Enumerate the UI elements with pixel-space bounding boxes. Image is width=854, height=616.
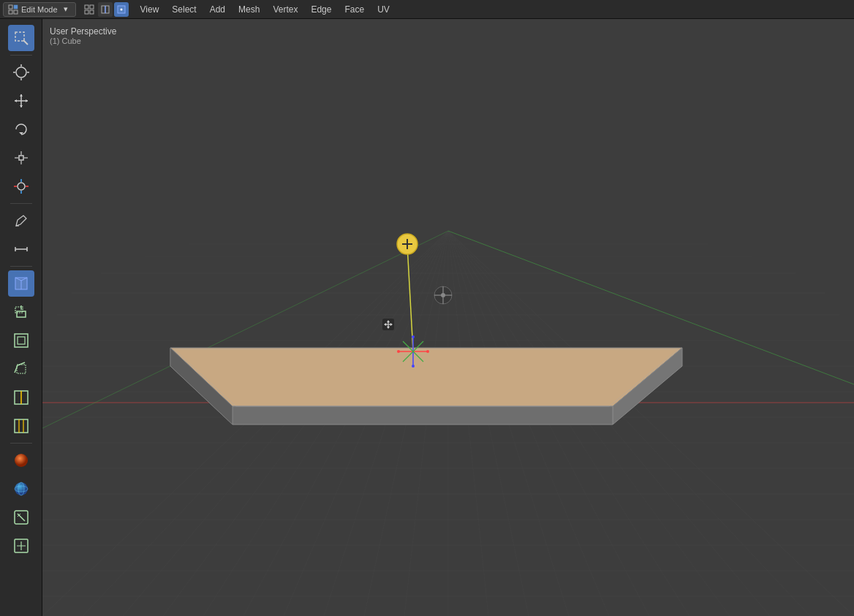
edge-select-icon[interactable] [98, 2, 113, 17]
menu-bar: View Select Add Mesh Vertex Edge Face UV [135, 3, 396, 16]
svg-rect-6 [85, 10, 88, 14]
tool-extra[interactable] [8, 533, 34, 559]
svg-point-44 [15, 454, 28, 467]
vertex-select-icon[interactable] [82, 2, 97, 17]
svg-point-105 [412, 335, 415, 338]
cube-mesh [170, 348, 682, 425]
svg-point-110 [441, 293, 445, 297]
svg-rect-36 [15, 334, 28, 347]
left-toolbar [0, 19, 42, 616]
viewport[interactable]: User Perspective (1) Cube [42, 19, 854, 616]
svg-point-45 [15, 482, 28, 495]
menu-edge[interactable]: Edge [305, 3, 337, 16]
tool-inset[interactable] [8, 327, 34, 354]
transform-handle-top[interactable] [397, 234, 417, 254]
svg-line-49 [18, 514, 25, 521]
tool-extrude[interactable] [8, 299, 34, 325]
svg-rect-7 [90, 10, 94, 14]
svg-rect-3 [14, 10, 18, 14]
menu-view[interactable]: View [135, 3, 165, 16]
svg-rect-38 [17, 365, 26, 373]
svg-point-104 [426, 350, 429, 353]
tool-uv-sphere[interactable] [8, 476, 34, 502]
mode-selector[interactable]: Edit Mode ▾ [3, 2, 76, 17]
toolbar-separator-3 [10, 266, 32, 267]
svg-rect-18 [19, 156, 23, 160]
tool-measure[interactable] [8, 236, 34, 262]
mode-label: Edit Mode [21, 5, 58, 14]
tool-scale[interactable] [8, 145, 34, 171]
move-icon [382, 319, 394, 330]
tool-bevel[interactable] [8, 356, 34, 382]
mode-dropdown-arrow: ▾ [64, 4, 68, 14]
svg-rect-5 [90, 5, 94, 9]
svg-rect-0 [9, 5, 12, 9]
toolbar-separator-2 [10, 203, 32, 204]
menu-mesh[interactable]: Mesh [233, 3, 265, 16]
menu-vertex[interactable]: Vertex [267, 3, 303, 16]
svg-rect-4 [85, 5, 88, 9]
svg-rect-12 [15, 32, 24, 41]
tool-knife[interactable] [8, 504, 34, 531]
svg-marker-95 [233, 406, 613, 425]
menu-face[interactable]: Face [339, 3, 370, 16]
toolbar-separator-1 [10, 55, 32, 56]
svg-rect-37 [18, 337, 25, 344]
svg-rect-33 [17, 311, 26, 317]
tool-move[interactable] [8, 88, 34, 114]
menu-select[interactable]: Select [166, 3, 202, 16]
svg-point-13 [16, 67, 26, 77]
tool-cursor[interactable] [8, 59, 34, 85]
menu-uv[interactable]: UV [371, 3, 396, 16]
topbar: Edit Mode ▾ V [0, 0, 854, 19]
menu-add[interactable]: Add [204, 3, 231, 16]
svg-rect-2 [9, 10, 12, 14]
tool-offset-edge[interactable] [8, 413, 34, 439]
svg-point-23 [18, 183, 25, 190]
tool-loop-cut[interactable] [8, 384, 34, 411]
snap-gizmo [434, 286, 452, 304]
face-select-icon[interactable] [114, 2, 129, 17]
svg-point-11 [120, 8, 122, 10]
svg-rect-1 [14, 5, 18, 9]
svg-rect-41 [15, 419, 28, 433]
svg-marker-92 [170, 348, 682, 406]
toolbar-separator-4 [10, 443, 32, 444]
tool-shading-smooth[interactable] [8, 447, 34, 474]
svg-point-106 [412, 365, 415, 368]
tool-transform[interactable] [8, 173, 34, 199]
tool-rotate[interactable] [8, 116, 34, 142]
tool-add-cube[interactable] [8, 270, 34, 297]
viewport-svg [42, 19, 854, 616]
tool-annotate[interactable] [8, 208, 34, 234]
header-icons [82, 2, 129, 17]
tool-select-box[interactable] [8, 25, 34, 51]
svg-point-103 [397, 350, 400, 353]
